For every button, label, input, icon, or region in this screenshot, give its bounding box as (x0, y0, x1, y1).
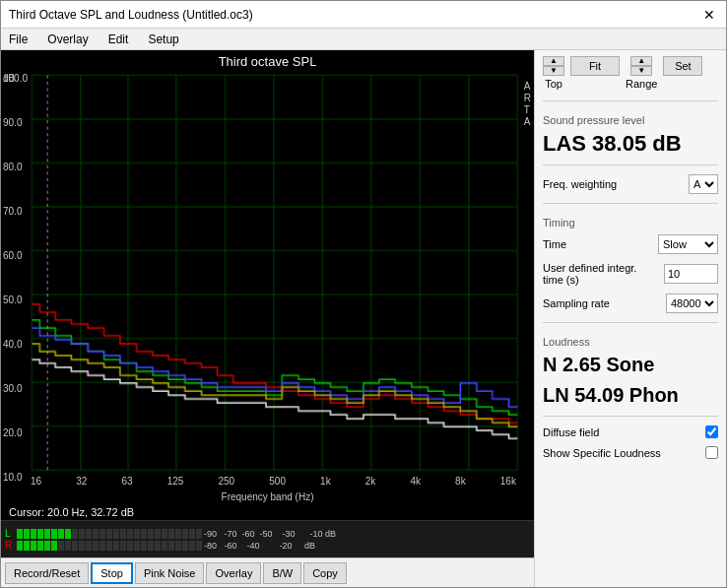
sampling-rate-select[interactable]: 44100 48000 96000 (666, 294, 718, 313)
seg-l-4 (37, 529, 43, 539)
seg-r-17 (127, 541, 133, 551)
seg-l-25 (182, 529, 188, 539)
seg-l-14 (106, 529, 112, 539)
seg-r-12 (93, 541, 99, 551)
seg-r-26 (189, 541, 195, 551)
chart-wrapper: dB 100.0 90.0 80.0 70.0 60.0 50.0 40.0 3… (1, 71, 534, 504)
seg-r-14 (106, 541, 112, 551)
close-button[interactable]: ✕ (700, 6, 718, 24)
meter-tick-l: -90 -70 -60 -50 -30 -10 dB (204, 529, 336, 539)
menu-overlay[interactable]: Overlay (43, 31, 92, 48)
seg-l-19 (141, 529, 147, 539)
fit-button[interactable]: Fit (570, 56, 620, 76)
seg-r-9 (72, 541, 78, 551)
diffuse-field-checkbox[interactable] (705, 425, 718, 438)
meter-bar: L (1, 520, 534, 557)
seg-r-4 (37, 541, 43, 551)
show-specific-loudness-label: Show Specific Loudness (543, 447, 661, 459)
menu-setup[interactable]: Setup (144, 31, 182, 48)
record-reset-button[interactable]: Record/Reset (5, 562, 89, 584)
seg-l-26 (189, 529, 195, 539)
diffuse-field-row: Diffuse field (543, 425, 718, 438)
range-label: Range (626, 78, 657, 90)
stop-button[interactable]: Stop (91, 562, 133, 584)
main-window: Third Octave SPL and Loudness (Untitled.… (0, 0, 727, 588)
seg-r-1 (17, 541, 23, 551)
cursor-info-bar: Cursor: 20.0 Hz, 32.72 dB (1, 504, 534, 520)
sidebar: ▲ ▼ Top Fit ▲ ▼ Range Set (534, 50, 726, 587)
sampling-rate-row: Sampling rate 44100 48000 96000 (543, 294, 718, 313)
seg-r-25 (182, 541, 188, 551)
menu-bar: File Overlay Edit Setup (1, 29, 726, 50)
seg-l-5 (44, 529, 50, 539)
seg-r-23 (168, 541, 174, 551)
menu-file[interactable]: File (5, 31, 32, 48)
freq-weighting-row: Freq. weighting A C Z (543, 174, 718, 194)
seg-r-3 (31, 541, 36, 551)
top-range-controls: ▲ ▼ Top Fit ▲ ▼ Range Set (543, 56, 718, 90)
seg-l-27 (196, 529, 202, 539)
top-spin-buttons: ▲ ▼ (543, 56, 564, 76)
seg-l-9 (72, 529, 78, 539)
user-integr-input[interactable] (664, 264, 718, 284)
timing-section-label: Timing (543, 217, 718, 229)
show-specific-loudness-checkbox[interactable] (705, 446, 718, 459)
menu-edit[interactable]: Edit (104, 31, 133, 48)
seg-l-11 (86, 529, 92, 539)
seg-r-16 (120, 541, 126, 551)
top-down-button[interactable]: ▼ (543, 66, 564, 76)
range-down-button[interactable]: ▼ (630, 66, 652, 76)
show-specific-loudness-row: Show Specific Loudness (543, 446, 718, 459)
top-spin-group: ▲ ▼ Top (543, 56, 564, 90)
seg-l-1 (17, 529, 23, 539)
user-integr-label: User defined integr. time (s) (543, 262, 641, 286)
seg-r-19 (141, 541, 147, 551)
spl-value: LAS 38.05 dB (543, 132, 718, 156)
top-up-button[interactable]: ▲ (543, 56, 564, 66)
divider-4 (543, 322, 718, 323)
seg-l-24 (175, 529, 181, 539)
seg-l-13 (99, 529, 105, 539)
copy-button[interactable]: Copy (303, 562, 347, 584)
meter-segments-r (17, 541, 202, 551)
spectrum-chart[interactable] (1, 71, 534, 504)
loudness-ln-value: LN 54.09 Phon (543, 384, 718, 407)
seg-l-3 (31, 529, 36, 539)
seg-l-10 (79, 529, 85, 539)
divider-2 (543, 164, 718, 165)
seg-l-21 (155, 529, 161, 539)
time-label: Time (543, 238, 566, 250)
meter-segments-l (17, 529, 202, 539)
cursor-info-left: Cursor: 20.0 Hz, 32.72 dB (9, 506, 134, 518)
set-button[interactable]: Set (663, 56, 702, 76)
seg-r-27 (196, 541, 202, 551)
time-row: Time Slow Fast Impulse (543, 234, 718, 254)
loudness-n-value: N 2.65 Sone (543, 354, 718, 376)
button-bar: Record/Reset Stop Pink Noise Overlay B/W… (1, 557, 534, 587)
bw-button[interactable]: B/W (263, 562, 301, 584)
freq-weighting-select[interactable]: A C Z (689, 174, 718, 194)
seg-r-15 (113, 541, 119, 551)
seg-l-22 (162, 529, 167, 539)
meter-section: L (5, 528, 336, 551)
meter-label-r: R (5, 540, 17, 551)
divider-1 (543, 100, 718, 101)
pink-noise-button[interactable]: Pink Noise (135, 562, 205, 584)
diffuse-field-label: Diffuse field (543, 426, 599, 438)
chart-title: Third octave SPL (1, 50, 534, 71)
seg-l-7 (58, 529, 64, 539)
seg-r-10 (79, 541, 85, 551)
time-select[interactable]: Slow Fast Impulse (658, 234, 718, 254)
title-bar: Third Octave SPL and Loudness (Untitled.… (1, 1, 726, 29)
top-label: Top (545, 78, 562, 90)
range-spin-buttons: ▲ ▼ (630, 56, 652, 76)
seg-r-6 (51, 541, 57, 551)
user-integr-row: User defined integr. time (s) (543, 262, 718, 286)
range-up-button[interactable]: ▲ (630, 56, 652, 66)
divider-3 (543, 203, 718, 204)
sampling-rate-label: Sampling rate (543, 297, 610, 309)
seg-r-13 (99, 541, 105, 551)
overlay-button[interactable]: Overlay (206, 562, 261, 584)
freq-weighting-label: Freq. weighting (543, 178, 617, 190)
meter-label-l: L (5, 528, 17, 539)
